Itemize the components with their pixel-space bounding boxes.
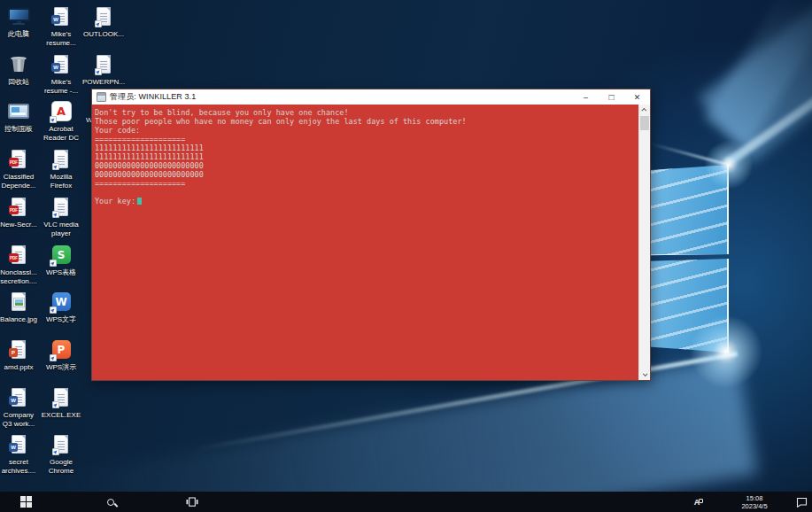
desktop-icon-google-chrome[interactable]: Google Chrome <box>42 431 81 475</box>
console-content[interactable]: Don't try to be blind, because you only … <box>92 105 650 380</box>
shortcut-arrow-icon <box>50 306 57 314</box>
console-window: 管理员: WINKILLER 3.1 – □ ✕ Don't try to be… <box>91 89 651 381</box>
control-panel-icon <box>8 104 29 119</box>
desktop-icon-control-panel[interactable]: 控制面板 <box>0 98 38 134</box>
desktop-icon-label: Classified Depende... <box>1 173 35 190</box>
task-view-icon <box>186 497 198 508</box>
powerpoint-document-icon: P <box>12 340 26 359</box>
console-line: Your key: <box>95 197 636 206</box>
desktop-icon-mikes-resume[interactable]: WMike's resume... <box>42 4 81 47</box>
desktop-icon-mikes-resume-2[interactable]: WMike's resume -... <box>42 51 81 95</box>
desktop-icon-company-q3-work[interactable]: WCompany Q3 work... <box>0 384 38 428</box>
action-center-icon <box>796 497 808 508</box>
console-line: Those poor people who have no money can … <box>95 117 636 126</box>
desktop-icon-outlook[interactable]: OUTLOOK... <box>84 4 123 39</box>
scrollbar[interactable] <box>638 105 650 380</box>
desktop-icon-label: WPS文字 <box>46 315 76 324</box>
window-title: 管理员: WINKILLER 3.1 <box>110 91 196 103</box>
desktop-icon-balance-jpg[interactable]: Balance.jpg <box>0 289 38 324</box>
desktop-icon-this-pc[interactable]: 此电脑 <box>0 4 38 39</box>
console-cursor <box>137 198 142 205</box>
clock-time: 15:08 <box>727 494 782 502</box>
console-line: 111111111111111111111111 <box>95 144 636 152</box>
pdf-document-icon: PDF <box>12 245 26 264</box>
desktop-icon-label: New-Secr... <box>0 221 36 229</box>
desktop-icon-vlc-media-player[interactable]: VLC media player <box>42 194 81 237</box>
console-line: Your code: <box>95 126 636 135</box>
shortcut-arrow-icon <box>50 354 57 361</box>
wps-presentation-icon: P <box>52 340 71 359</box>
maximize-button[interactable]: □ <box>599 89 624 105</box>
desktop: 此电脑WMike's resume...OUTLOOK...回收站WMike's… <box>0 0 812 512</box>
file-shortcut-icon <box>97 55 111 74</box>
desktop-icon-new-secret[interactable]: PDFNew-Secr... <box>0 194 38 229</box>
desktop-icon-label: 控制面板 <box>4 125 33 134</box>
desktop-icon-wps-spreadsheets[interactable]: SWPS表格 <box>42 242 81 277</box>
desktop-icon-label: EXCEL.EXE <box>42 411 81 420</box>
wps-spreadsheet-icon: S <box>52 245 71 264</box>
desktop-icon-label: Company Q3 work... <box>3 411 35 428</box>
console-output: Don't try to be blind, because you only … <box>95 108 636 206</box>
word-document-icon: W <box>12 435 26 454</box>
shortcut-arrow-icon <box>52 163 59 170</box>
desktop-icon-label: Balance.jpg <box>0 315 37 324</box>
scroll-up-icon[interactable] <box>639 105 650 115</box>
minimize-button[interactable]: – <box>573 89 599 105</box>
desktop-icon-nonclassified-secretion[interactable]: PDFNonclassi... secretion.... <box>0 242 38 285</box>
desktop-icon-label: amd.pptx <box>4 363 34 372</box>
console-line: ==================== <box>95 179 636 188</box>
file-shortcut-icon <box>54 388 68 407</box>
pdf-document-icon: PDF <box>12 198 26 216</box>
file-shortcut-icon <box>54 198 68 216</box>
desktop-icon-wps-writer[interactable]: WWPS文字 <box>42 289 81 324</box>
console-line: 111111111111111111111111 <box>95 152 636 161</box>
shortcut-arrow-icon <box>95 68 102 75</box>
console-app-icon <box>97 92 106 102</box>
close-button[interactable]: ✕ <box>624 89 650 105</box>
search-button[interactable] <box>96 492 126 512</box>
scrollbar-thumb[interactable] <box>640 116 649 130</box>
desktop-icon-secret-archives[interactable]: Wsecret archives.... <box>0 431 38 475</box>
scroll-down-icon[interactable] <box>639 369 650 380</box>
desktop-icon-label: 此电脑 <box>8 30 29 39</box>
desktop-icon-label: secret archives.... <box>2 458 36 475</box>
clock-date: 2023/4/5 <box>727 502 782 510</box>
desktop-icon-classified-dependencies[interactable]: PDFClassified Depende... <box>0 146 38 190</box>
desktop-icon-label: POWERPN... <box>82 78 125 87</box>
pdf-document-icon: PDF <box>12 150 26 168</box>
desktop-icon-excel-exe[interactable]: EXCEL.EXE <box>42 384 81 420</box>
shortcut-arrow-icon <box>52 401 59 408</box>
word-document-icon: W <box>54 55 68 74</box>
acrobat-icon: A <box>52 102 71 120</box>
ime-indicator[interactable]: A <box>688 498 706 507</box>
desktop-icon-amd-pptx[interactable]: Pamd.pptx <box>0 337 38 372</box>
search-icon <box>107 499 114 506</box>
computer-icon <box>8 8 30 25</box>
shortcut-arrow-icon <box>50 260 57 267</box>
windows-logo-icon <box>20 496 32 508</box>
recycle-bin-icon <box>11 57 27 72</box>
task-view-button[interactable] <box>177 492 207 512</box>
desktop-icon-mozilla-firefox[interactable]: Mozilla Firefox <box>42 146 81 190</box>
desktop-icon-acrobat-reader-dc[interactable]: AAcrobat Reader DC <box>42 98 81 142</box>
start-button[interactable] <box>11 492 41 512</box>
desktop-icon-recycle-bin[interactable]: 回收站 <box>0 51 38 87</box>
action-center-button[interactable] <box>791 497 812 508</box>
file-shortcut-icon <box>54 150 68 168</box>
console-line: 000000000000000000000000 <box>95 170 636 179</box>
shortcut-arrow-icon <box>52 448 59 455</box>
window-titlebar[interactable]: 管理员: WINKILLER 3.1 – □ ✕ <box>92 89 650 105</box>
desktop-icon-label: WPS演示 <box>46 363 76 372</box>
taskbar: A 15:08 2023/4/5 <box>0 492 812 512</box>
desktop-icon-wps-presentation[interactable]: PWPS演示 <box>42 337 81 372</box>
file-shortcut-icon <box>54 435 68 454</box>
shortcut-arrow-icon <box>95 20 102 27</box>
console-line: 000000000000000000000000 <box>95 161 636 170</box>
taskbar-clock[interactable]: 15:08 2023/4/5 <box>727 494 782 510</box>
console-line: ==================== <box>95 135 636 144</box>
desktop-icon-powerpnt[interactable]: POWERPN... <box>84 51 123 87</box>
wps-writer-icon: W <box>52 292 71 311</box>
desktop-icon-label: VLC media player <box>43 221 79 237</box>
desktop-icon-label: Nonclassi... secretion.... <box>0 268 36 285</box>
desktop-icon-label: 回收站 <box>8 78 29 87</box>
